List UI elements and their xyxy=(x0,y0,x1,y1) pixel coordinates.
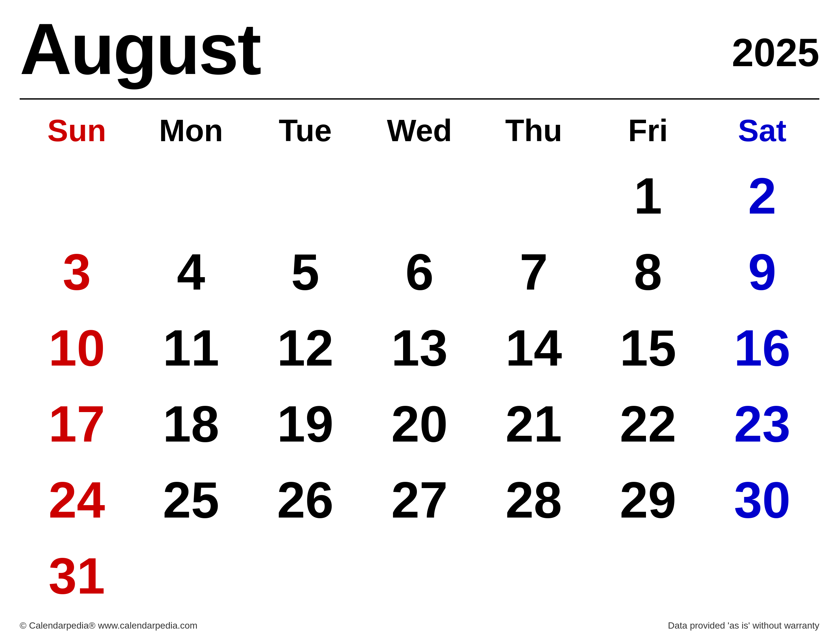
day-cell-empty xyxy=(20,158,134,234)
week-row-1: 12 xyxy=(20,158,819,234)
day-cell-empty xyxy=(362,538,477,614)
day-cell-29: 29 xyxy=(591,462,705,538)
header-row: August 2025 xyxy=(20,13,819,85)
day-cell-empty xyxy=(134,158,248,234)
day-cell-20: 20 xyxy=(362,386,477,462)
day-cell-23: 23 xyxy=(705,386,819,462)
day-header-sat: Sat xyxy=(705,106,819,155)
calendar-footer: © Calendarpedia® www.calendarpedia.com D… xyxy=(20,617,819,631)
week-row-4: 17181920212223 xyxy=(20,386,819,462)
week-row-5: 24252627282930 xyxy=(20,462,819,538)
day-cell-6: 6 xyxy=(362,234,477,310)
day-cell-empty xyxy=(477,538,591,614)
day-cell-5: 5 xyxy=(248,234,362,310)
day-cell-empty xyxy=(248,158,362,234)
day-cell-16: 16 xyxy=(705,310,819,386)
day-cell-9: 9 xyxy=(705,234,819,310)
day-cell-27: 27 xyxy=(362,462,477,538)
day-cell-17: 17 xyxy=(20,386,134,462)
day-cell-24: 24 xyxy=(20,462,134,538)
day-cell-1: 1 xyxy=(591,158,705,234)
day-cell-18: 18 xyxy=(134,386,248,462)
day-cell-25: 25 xyxy=(134,462,248,538)
day-cell-26: 26 xyxy=(248,462,362,538)
day-cell-7: 7 xyxy=(477,234,591,310)
day-cell-28: 28 xyxy=(477,462,591,538)
month-title: August xyxy=(20,13,260,85)
day-cell-31: 31 xyxy=(20,538,134,614)
day-cell-8: 8 xyxy=(591,234,705,310)
day-cell-empty xyxy=(705,538,819,614)
day-cell-4: 4 xyxy=(134,234,248,310)
weeks-container: 1234567891011121314151617181920212223242… xyxy=(20,158,819,614)
week-row-2: 3456789 xyxy=(20,234,819,310)
day-headers: SunMonTueWedThuFriSat xyxy=(20,106,819,155)
footer-left: © Calendarpedia® www.calendarpedia.com xyxy=(20,620,197,631)
day-cell-empty xyxy=(362,158,477,234)
day-cell-19: 19 xyxy=(248,386,362,462)
day-cell-30: 30 xyxy=(705,462,819,538)
day-cell-12: 12 xyxy=(248,310,362,386)
day-header-sun: Sun xyxy=(20,106,134,155)
day-header-wed: Wed xyxy=(362,106,477,155)
day-cell-21: 21 xyxy=(477,386,591,462)
day-cell-empty xyxy=(591,538,705,614)
footer-right: Data provided 'as is' without warranty xyxy=(668,620,819,631)
day-cell-empty xyxy=(248,538,362,614)
day-cell-empty xyxy=(134,538,248,614)
year-title: 2025 xyxy=(732,13,819,72)
day-header-mon: Mon xyxy=(134,106,248,155)
day-cell-22: 22 xyxy=(591,386,705,462)
day-cell-2: 2 xyxy=(705,158,819,234)
calendar-grid: SunMonTueWedThuFriSat 123456789101112131… xyxy=(20,98,819,614)
day-cell-11: 11 xyxy=(134,310,248,386)
day-header-thu: Thu xyxy=(477,106,591,155)
week-row-6: 31 xyxy=(20,538,819,614)
calendar-container: August 2025 SunMonTueWedThuFriSat 123456… xyxy=(0,0,839,644)
day-cell-15: 15 xyxy=(591,310,705,386)
day-cell-13: 13 xyxy=(362,310,477,386)
day-cell-empty xyxy=(477,158,591,234)
day-header-fri: Fri xyxy=(591,106,705,155)
day-cell-10: 10 xyxy=(20,310,134,386)
day-cell-3: 3 xyxy=(20,234,134,310)
day-cell-14: 14 xyxy=(477,310,591,386)
week-row-3: 10111213141516 xyxy=(20,310,819,386)
day-header-tue: Tue xyxy=(248,106,362,155)
